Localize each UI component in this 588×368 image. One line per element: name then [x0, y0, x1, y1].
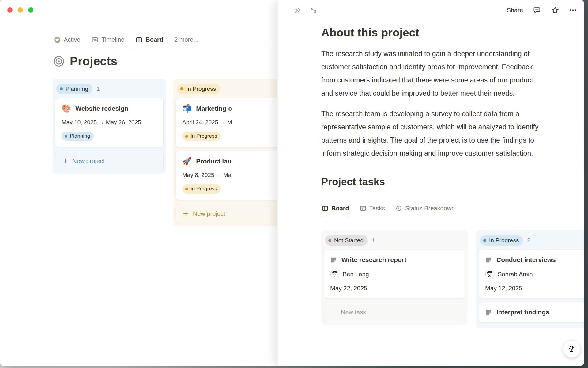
status-dot — [185, 135, 188, 138]
status-pill-planning[interactable]: Planning — [56, 84, 92, 94]
mailbox-emoji-icon: 📬 — [182, 105, 192, 112]
tab-tasks-board[interactable]: Board — [321, 201, 349, 217]
tag-label: Planning — [70, 133, 90, 139]
page-icon — [485, 309, 492, 316]
card-title: Product lau — [196, 158, 232, 165]
more-options-icon[interactable] — [569, 6, 577, 14]
zoom-window-button[interactable] — [28, 7, 33, 13]
tab-label: Board — [331, 205, 349, 212]
close-window-button[interactable] — [7, 7, 13, 13]
side-peek-panel: Share About this project The research st… — [277, 0, 584, 366]
tab-label: Active — [64, 36, 80, 43]
tab-tasks-table[interactable]: Tasks — [359, 201, 385, 217]
project-card-product-launch[interactable]: 🚀 Product lau May 8, 2025 → Ma In Progre… — [176, 151, 284, 200]
board-icon — [135, 36, 143, 44]
tab-label: Timeline — [101, 36, 124, 43]
column-planning: Planning 1 🎨 Website redesign May 10, 20… — [53, 79, 166, 174]
status-dot — [185, 188, 188, 190]
tab-active[interactable]: Active — [53, 32, 81, 48]
column-count: 2 — [527, 237, 530, 244]
comments-icon[interactable] — [532, 6, 541, 14]
card-tag-row: Planning — [62, 132, 157, 141]
card-title-row: 🎨 Website redesign — [62, 105, 157, 112]
timeline-icon — [91, 36, 99, 44]
status-pill-in-progress[interactable]: In Progress — [480, 235, 523, 246]
notion-ai-face-button[interactable] — [563, 340, 580, 358]
status-tag-planning: Planning — [62, 132, 94, 141]
tab-label: Status Breakdown — [405, 205, 455, 212]
card-title: Marketing c — [196, 105, 232, 112]
new-task-label: New task — [341, 309, 366, 316]
project-card-marketing[interactable]: 📬 Marketing c April 24, 2025 → M In Prog… — [176, 98, 284, 147]
assignee-row: Ben Lang — [330, 270, 459, 279]
card-title: Website redesign — [75, 105, 129, 112]
status-label: Not Started — [334, 237, 364, 244]
plus-icon — [62, 158, 69, 164]
new-project-button[interactable]: New project — [55, 151, 164, 171]
app-window: Active Timeline Board 2 more... — [0, 0, 584, 366]
toolbar-right-group: Share — [507, 6, 577, 15]
column-header: In Progress 2 — [479, 232, 584, 250]
status-label: Planning — [66, 86, 88, 92]
card-title: Write research report — [341, 256, 406, 263]
tab-board[interactable]: Board — [135, 32, 164, 48]
minimize-window-button[interactable] — [18, 7, 23, 13]
share-button[interactable]: Share — [507, 7, 523, 14]
card-tag-row: In Progress — [182, 132, 278, 141]
view-tabs: Active Timeline Board 2 more... — [53, 32, 199, 48]
tab-label: 2 more... — [174, 36, 198, 43]
page-icon — [330, 256, 337, 263]
tab-status-breakdown[interactable]: Status Breakdown — [395, 201, 455, 217]
about-heading: About this project — [321, 26, 539, 40]
ai-face-icon — [566, 343, 578, 355]
status-pill-not-started[interactable]: Not Started — [325, 235, 368, 246]
card-title-row: Conduct interviews — [485, 256, 584, 263]
task-card-write-research-report[interactable]: Write research report Ben Lang May 22, 2… — [324, 250, 465, 298]
page-title-text: Projects — [70, 55, 118, 68]
task-card-interpret-findings[interactable]: Interpret findings — [479, 302, 584, 322]
tab-label: Tasks — [369, 205, 385, 212]
task-card-conduct-interviews[interactable]: Conduct interviews Sohrab Amin May 12, 2… — [479, 250, 584, 298]
new-task-button[interactable]: New task — [324, 302, 465, 322]
new-project-button[interactable]: New project — [176, 204, 284, 224]
assignee-name: Ben Lang — [343, 271, 369, 278]
screen: Active Timeline Board 2 more... — [0, 0, 588, 368]
column-tasks-in-progress: In Progress 2 Conduct interviews — [476, 230, 584, 328]
project-tasks-heading: Project tasks — [321, 175, 539, 188]
card-tag-row: In Progress — [182, 184, 278, 194]
plus-icon — [330, 309, 337, 316]
project-card-website-redesign[interactable]: 🎨 Website redesign May 10, 2025 → May 26… — [55, 98, 164, 147]
new-project-label: New project — [72, 158, 105, 165]
tab-more-views[interactable]: 2 more... — [174, 32, 199, 48]
assignee-name: Sohrab Amin — [498, 271, 533, 278]
avatar-sohrab-amin — [485, 270, 494, 279]
tab-timeline[interactable]: Timeline — [91, 32, 125, 48]
page-title: Projects — [53, 55, 118, 68]
about-paragraph-2: The research team is developing a survey… — [321, 107, 539, 160]
column-not-started: Not Started 1 Write research report — [321, 230, 468, 325]
status-tag-in-progress: In Progress — [182, 132, 221, 141]
status-dot — [60, 87, 63, 90]
status-label: In Progress — [489, 237, 519, 244]
card-title: Conduct interviews — [496, 256, 556, 263]
column-count: 1 — [372, 237, 375, 244]
new-project-label: New project — [193, 210, 225, 217]
pie-chart-icon — [395, 205, 402, 212]
card-title-row: Write research report — [330, 256, 459, 263]
star-circle-icon — [54, 36, 61, 44]
favorite-star-icon[interactable] — [551, 6, 560, 15]
card-dates: April 24, 2025 → M — [182, 119, 278, 126]
status-dot — [483, 239, 486, 242]
status-dot — [65, 135, 67, 138]
card-dates: May 10, 2025 → May 26, 2025 — [62, 119, 157, 126]
card-title-row: Interpret findings — [485, 309, 584, 316]
status-pill-in-progress[interactable]: In Progress — [177, 84, 220, 94]
tasks-view-tabs: Board Tasks Status Breakdown — [321, 201, 539, 217]
toolbar-left-group — [294, 6, 318, 14]
projects-board: Planning 1 🎨 Website redesign May 10, 20… — [53, 79, 287, 226]
column-header: In Progress — [176, 81, 284, 98]
close-peek-icon[interactable] — [294, 6, 302, 14]
expand-page-icon[interactable] — [310, 6, 318, 14]
card-title-row: 🚀 Product lau — [182, 157, 278, 165]
card-title-row: 📬 Marketing c — [182, 105, 278, 112]
